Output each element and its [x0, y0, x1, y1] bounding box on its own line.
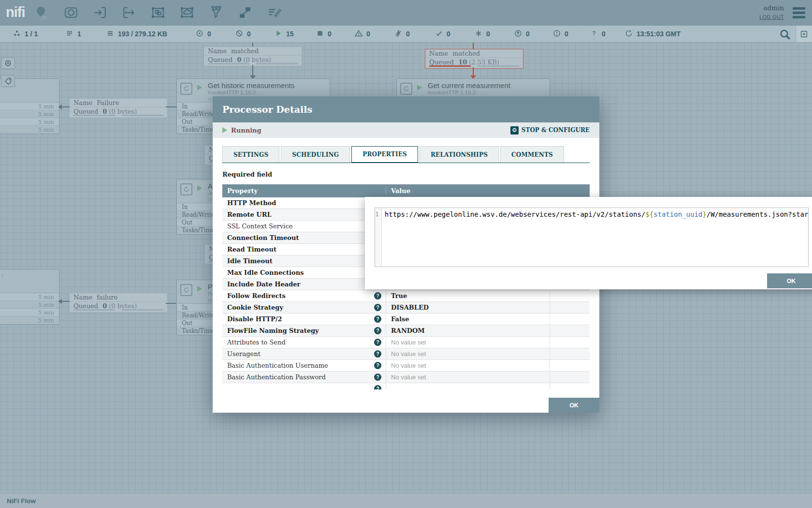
connection-label[interactable]: NamematchedQueued0 (0 bytes): [203, 46, 302, 66]
help-icon[interactable]: ?: [374, 304, 381, 311]
queue-size-bars: [208, 63, 298, 64]
connection-arrow-icon: [250, 75, 256, 79]
property-value: No value set: [386, 372, 550, 383]
output-port-icon[interactable]: [122, 5, 136, 20]
stat-transmitting: 0: [196, 26, 211, 42]
funnel-icon[interactable]: [209, 5, 223, 20]
connection-queued: Queued10 (2.53 KB): [425, 58, 523, 65]
processor-icon[interactable]: [64, 5, 78, 20]
connection-queued: Queued0 (0 bytes): [204, 56, 302, 63]
help-icon[interactable]: ?: [374, 327, 381, 334]
input-port-icon[interactable]: [93, 5, 107, 20]
dialog-title: Processor Details: [222, 104, 312, 115]
nifi-logo: nifi: [6, 4, 25, 20]
code-segment-plain: https://www.pegelonline.wsv.de/webservic…: [385, 210, 645, 218]
code-segment-bracket: ${: [645, 210, 653, 218]
locally-modified-icon: [475, 30, 482, 39]
editor-ok-button[interactable]: OK: [767, 273, 812, 288]
remote-process-group-icon[interactable]: [180, 5, 194, 20]
sync-failure-count: 0: [602, 30, 606, 38]
processor-stat-row: 5 min: [0, 309, 59, 316]
property-name: Useragent?: [222, 348, 386, 359]
run-status-icon: [197, 185, 202, 191]
locally-modified-count: 0: [486, 30, 490, 38]
connection-queued: Queued0 (0 bytes): [70, 302, 167, 309]
properties-table-header: Property Value: [222, 184, 590, 197]
tag-badge-icon[interactable]: [1, 75, 15, 87]
stat-locally-modified-stale: 0: [553, 26, 568, 42]
sync-failure-icon: ?: [590, 30, 598, 39]
property-name: SSL Context Service?: [222, 221, 386, 232]
funnel-badge-icon[interactable]: [1, 57, 15, 69]
tab-relationships[interactable]: RELATIONSHIPS: [420, 146, 499, 163]
help-icon[interactable]: ?: [374, 350, 381, 358]
help-icon[interactable]: ?: [374, 362, 381, 369]
connection-line: [166, 303, 176, 304]
stat-locally-modified: 0: [475, 26, 490, 42]
transmitting-count: 0: [207, 30, 211, 38]
connection-label[interactable]: NamefailureQueued0 (0 bytes): [69, 293, 168, 313]
processor-state-label: Running: [231, 127, 261, 134]
label-icon[interactable]: [267, 5, 281, 20]
tab-comments[interactable]: COMMENTS: [500, 146, 564, 163]
help-icon[interactable]: ?: [374, 315, 381, 323]
gear-icon: ⚙: [510, 126, 519, 134]
dialog-ok-button[interactable]: OK: [549, 398, 599, 413]
help-icon[interactable]: ?: [374, 374, 381, 381]
code-segment-plain: /W/measurements.json?start=P30D: [707, 210, 809, 218]
connection-label[interactable]: NameFailureQueued0 (0 bytes): [69, 98, 168, 118]
search-icon[interactable]: [779, 29, 791, 40]
tab-properties[interactable]: PROPERTIES: [351, 146, 418, 163]
processor-type-icon: [180, 284, 192, 296]
connection-arrow-icon: [58, 105, 62, 109]
dialog-header: Processor Details: [213, 96, 599, 122]
processor-stat-row: 5 min: [0, 293, 59, 301]
property-row: Cookie Strategy?DISABLED: [222, 302, 590, 314]
canvas-settings-icon[interactable]: [796, 26, 812, 42]
stat-cluster: 1 / 1: [13, 26, 38, 42]
connection-line: [62, 301, 70, 302]
refresh-icon[interactable]: [625, 30, 633, 39]
cluster-count: 1 / 1: [25, 30, 38, 38]
help-icon[interactable]: ?: [374, 292, 381, 299]
stopped-count: 0: [328, 30, 332, 38]
running-count: 15: [286, 30, 294, 38]
property-value: No value set: [386, 360, 550, 371]
queue-size-bars: [429, 65, 519, 67]
property-name: Idle Timeout?: [222, 255, 386, 267]
tab-scheduling[interactable]: SCHEDULING: [281, 146, 350, 163]
help-icon[interactable]: ?: [374, 339, 381, 346]
property-row: Useragent?No value set: [222, 348, 590, 360]
editor-code-input[interactable]: https://www.pegelonline.wsv.de/webservic…: [382, 208, 809, 267]
property-name: ?: [222, 383, 386, 389]
stat-queue: 193 / 279.12 KB: [106, 26, 167, 42]
tab-settings[interactable]: SETTINGS: [222, 146, 279, 163]
current-user: admin: [759, 4, 784, 12]
process-group-icon[interactable]: [151, 5, 165, 20]
queue-size-bars: [73, 115, 163, 116]
up-to-date-icon: [435, 30, 443, 39]
processor-stat-row: 5 min: [0, 301, 59, 309]
last-refresh[interactable]: 13:51:03 GMT: [625, 26, 681, 42]
stop-and-configure-button[interactable]: ⚙ STOP & CONFIGURE: [510, 126, 590, 134]
help-icon[interactable]: ?: [374, 385, 381, 389]
svg-text:?: ?: [592, 30, 595, 37]
dialog-tabs: SETTINGSSCHEDULINGPROPERTIESRELATIONSHIP…: [222, 146, 590, 163]
nifi-drop-pixels-icon: [42, 16, 46, 20]
breadcrumb[interactable]: NiFi Flow: [7, 497, 36, 505]
connection-label[interactable]: NamematchedQueued10 (2.53 KB): [425, 49, 523, 69]
logout-link[interactable]: LOG OUT: [759, 14, 784, 20]
global-menu-icon[interactable]: [793, 7, 805, 20]
code-segment-bracket: }: [702, 210, 706, 218]
processor[interactable]: r5 min5 min5 min5 min: [0, 269, 59, 325]
property-row: Basic Authentication Username?No value s…: [222, 360, 590, 372]
property-name: Follow Redirects?: [222, 290, 386, 301]
stale-count: 0: [526, 30, 530, 38]
template-icon[interactable]: [238, 5, 252, 20]
processor-type-icon: [180, 83, 192, 95]
stat-up-to-date: 0: [435, 26, 450, 42]
running-icon: [275, 30, 282, 39]
value-editor: 1 https://www.pegelonline.wsv.de/webserv…: [375, 208, 809, 267]
transmitting-icon: [196, 30, 203, 39]
value-column-header: Value: [386, 187, 550, 194]
